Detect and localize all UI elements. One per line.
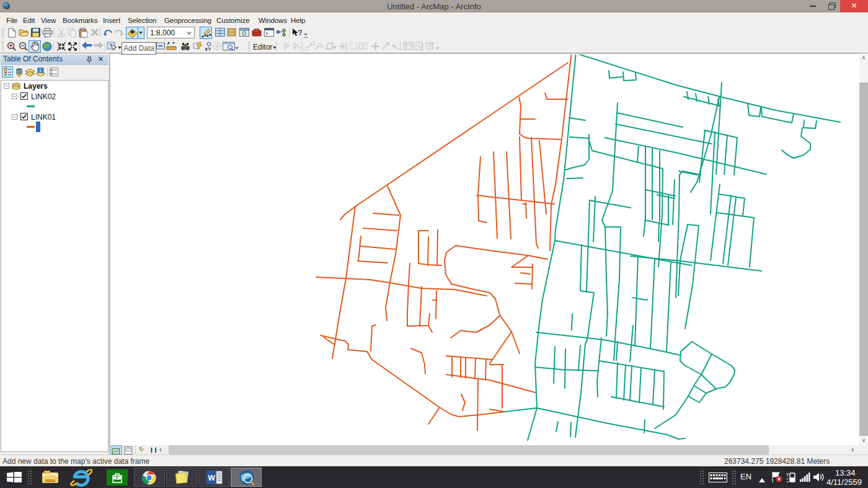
svg-text:W: W bbox=[208, 474, 216, 482]
svg-text:?: ? bbox=[298, 28, 302, 37]
svg-text:XY: XY bbox=[205, 47, 211, 51]
svg-text:1: 1 bbox=[39, 68, 42, 73]
